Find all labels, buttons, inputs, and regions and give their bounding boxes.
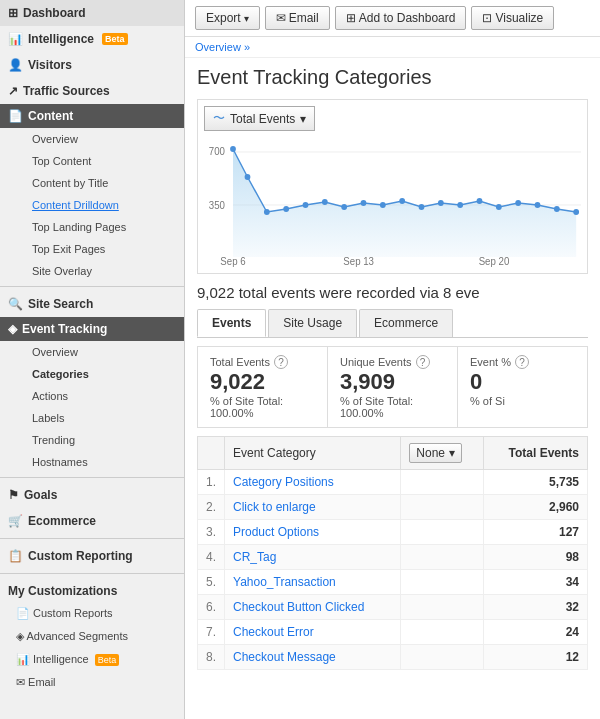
my-customizations-title: My Customizations: [8, 584, 176, 598]
row-category: Category Positions: [225, 470, 401, 495]
breadcrumb: Overview »: [185, 37, 600, 58]
sidebar-item-ecommerce[interactable]: 🛒 Ecommerce: [0, 508, 184, 534]
email-button[interactable]: ✉ Email: [265, 6, 330, 30]
export-button[interactable]: Export ▾: [195, 6, 260, 30]
svg-point-7: [283, 206, 289, 212]
svg-text:350: 350: [209, 200, 226, 211]
breadcrumb-link[interactable]: Overview »: [195, 41, 250, 53]
event-pct-help[interactable]: ?: [515, 355, 529, 369]
sidebar-item-dashboard[interactable]: ⊞ Dashboard: [0, 0, 184, 26]
category-link[interactable]: Click to enlarge: [233, 500, 316, 514]
email-icon: ✉: [16, 676, 25, 688]
category-link[interactable]: Category Positions: [233, 475, 334, 489]
svg-text:700: 700: [209, 146, 226, 157]
divider2: [0, 477, 184, 478]
sidebar-item-site-search[interactable]: 🔍 Site Search: [0, 291, 184, 317]
table-header-category: Event Category: [225, 437, 401, 470]
row-value: 24: [484, 620, 588, 645]
svg-point-14: [419, 204, 425, 210]
tab-ecommerce[interactable]: Ecommerce: [359, 309, 453, 337]
category-link[interactable]: Checkout Error: [233, 625, 314, 639]
sidebar-item-et-hostnames[interactable]: Hostnames: [0, 451, 184, 473]
svg-point-6: [264, 209, 270, 215]
table-row: 5. Yahoo_Transaction 34: [198, 570, 588, 595]
sidebar-item-top-landing[interactable]: Top Landing Pages: [0, 216, 184, 238]
sidebar-item-et-overview[interactable]: Overview: [0, 341, 184, 363]
sidebar-item-content-drilldown[interactable]: Content Drilldown: [0, 194, 184, 216]
total-events-label: Total Events: [210, 356, 270, 368]
tab-site-usage[interactable]: Site Usage: [268, 309, 357, 337]
sidebar-item-et-categories[interactable]: Categories: [0, 363, 184, 385]
row-category: Click to enlarge: [225, 495, 401, 520]
svg-point-15: [438, 200, 444, 206]
row-value: 32: [484, 595, 588, 620]
visualize-button[interactable]: ⊡ Visualize: [471, 6, 554, 30]
category-link[interactable]: Product Options: [233, 525, 319, 539]
category-link[interactable]: CR_Tag: [233, 550, 276, 564]
sidebar-item-top-content[interactable]: Top Content: [0, 150, 184, 172]
sidebar-item-content[interactable]: 📄 Content: [0, 104, 184, 128]
row-number: 1.: [198, 470, 225, 495]
chart-selector[interactable]: 〜 Total Events ▾: [204, 106, 315, 131]
sidebar-item-et-trending[interactable]: Trending: [0, 429, 184, 451]
stat-total-events: Total Events ? 9,022 % of Site Total: 10…: [198, 347, 328, 427]
row-value: 34: [484, 570, 588, 595]
add-dashboard-icon: ⊞: [346, 11, 356, 25]
svg-point-8: [303, 202, 309, 208]
sidebar-item-visitors[interactable]: 👤 Visitors: [0, 52, 184, 78]
svg-point-9: [322, 199, 328, 205]
svg-point-5: [245, 174, 251, 180]
add-to-dashboard-button[interactable]: ⊞ Add to Dashboard: [335, 6, 467, 30]
event-tracking-icon: ◈: [8, 322, 17, 336]
svg-point-21: [554, 206, 560, 212]
divider: [0, 286, 184, 287]
none-filter-dropdown[interactable]: None ▾: [409, 443, 462, 463]
unique-events-value: 3,909: [340, 369, 445, 395]
table-row: 3. Product Options 127: [198, 520, 588, 545]
svg-point-19: [515, 200, 521, 206]
tab-events[interactable]: Events: [197, 309, 266, 337]
sidebar-item-goals[interactable]: ⚑ Goals: [0, 482, 184, 508]
category-link[interactable]: Yahoo_Transaction: [233, 575, 336, 589]
category-link[interactable]: Checkout Message: [233, 650, 336, 664]
category-link[interactable]: Checkout Button Clicked: [233, 600, 364, 614]
svg-point-4: [230, 146, 236, 152]
intelligence-custom-beta: Beta: [95, 654, 120, 666]
table-header-none[interactable]: None ▾: [401, 437, 484, 470]
sidebar-item-intelligence-custom[interactable]: 📊 Intelligence Beta: [8, 648, 176, 671]
sidebar-item-event-tracking[interactable]: ◈ Event Tracking: [0, 317, 184, 341]
row-empty: [401, 570, 484, 595]
sidebar-item-content-by-title[interactable]: Content by Title: [0, 172, 184, 194]
sidebar-item-custom-reports[interactable]: 📄 Custom Reports: [8, 602, 176, 625]
unique-events-label: Unique Events: [340, 356, 412, 368]
table-row: 8. Checkout Message 12: [198, 645, 588, 670]
table-row: 1. Category Positions 5,735: [198, 470, 588, 495]
visitors-icon: 👤: [8, 58, 23, 72]
total-events-pct: % of Site Total: 100.00%: [210, 395, 315, 419]
row-value: 98: [484, 545, 588, 570]
unique-events-help[interactable]: ?: [416, 355, 430, 369]
row-empty: [401, 520, 484, 545]
sidebar-item-custom-reporting[interactable]: 📋 Custom Reporting: [0, 543, 184, 569]
svg-text:Sep 6: Sep 6: [220, 256, 246, 267]
sidebar-item-traffic-sources[interactable]: ↗ Traffic Sources: [0, 78, 184, 104]
total-events-help[interactable]: ?: [274, 355, 288, 369]
table-row: 7. Checkout Error 24: [198, 620, 588, 645]
event-pct-pct: % of Si: [470, 395, 575, 407]
sidebar-item-top-exit[interactable]: Top Exit Pages: [0, 238, 184, 260]
table-header-total-events[interactable]: Total Events: [484, 437, 588, 470]
sidebar-item-overview[interactable]: Overview: [0, 128, 184, 150]
total-events-value: 9,022: [210, 369, 315, 395]
tab-bar: Events Site Usage Ecommerce: [197, 309, 588, 338]
row-number: 4.: [198, 545, 225, 570]
sidebar-item-site-overlay[interactable]: Site Overlay: [0, 260, 184, 282]
row-number: 8.: [198, 645, 225, 670]
sidebar-item-advanced-segments[interactable]: ◈ Advanced Segments: [8, 625, 176, 648]
sidebar-item-et-labels[interactable]: Labels: [0, 407, 184, 429]
sidebar-item-et-actions[interactable]: Actions: [0, 385, 184, 407]
sidebar-item-intelligence[interactable]: 📊 Intelligence Beta: [0, 26, 184, 52]
sidebar-item-email[interactable]: ✉ Email: [8, 671, 176, 694]
row-number: 6.: [198, 595, 225, 620]
svg-point-17: [477, 198, 483, 204]
chart-dropdown-arrow: ▾: [300, 112, 306, 126]
